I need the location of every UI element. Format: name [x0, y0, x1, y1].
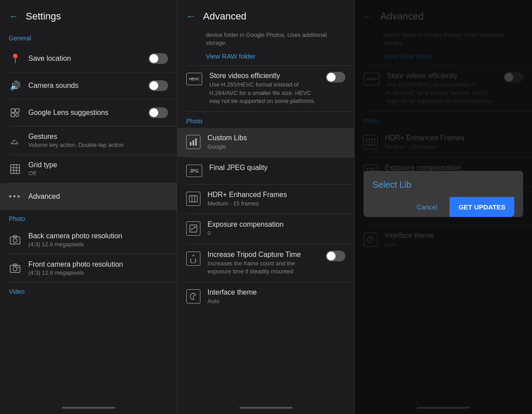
gestures-sub: Volume key action, Double-tap action [28, 142, 168, 148]
exposure-row[interactable]: Exposure compensation 0 [177, 214, 354, 244]
advanced-title: Advanced [203, 11, 246, 22]
dialog-actions: Cancel GET UPDATES [372, 197, 514, 217]
tripod-toggle[interactable] [326, 251, 345, 261]
jpg-icon: JPG [186, 165, 202, 177]
tripod-label: Increase Tripod Capture Time [207, 251, 319, 259]
back-camera-row[interactable]: Back camera photo resolution (4:3) 12.6 … [0, 226, 177, 254]
advanced-content: device folder in Google Photos. Uses add… [177, 29, 354, 403]
gestures-row[interactable]: Gestures Volume key action, Double-tap a… [0, 126, 177, 154]
grid-type-label: Grid type [28, 161, 168, 169]
tripod-icon [186, 252, 200, 266]
scroll-indicator [62, 407, 115, 409]
general-section-label: General [0, 29, 177, 45]
advanced-row[interactable]: ••• Advanced [0, 183, 177, 210]
advanced-label: Advanced [28, 193, 168, 201]
back-arrow-icon[interactable]: ← [9, 11, 19, 22]
grid-type-sub: Off [28, 170, 168, 177]
exposure-label: Exposure compensation [207, 221, 345, 229]
grid-icon [9, 163, 21, 175]
save-location-row[interactable]: 📍 Save location [0, 45, 177, 72]
svg-rect-4 [11, 165, 20, 173]
final-jpeg-row[interactable]: JPG Final JPEG quality [177, 158, 354, 184]
view-raw-link[interactable]: View RAW folder [177, 51, 354, 65]
dialog-cancel-button[interactable]: Cancel [408, 197, 446, 217]
gestures-label: Gestures [28, 133, 168, 141]
svg-point-3 [16, 114, 19, 117]
photo-adv-label: Photo [177, 112, 354, 128]
theme-icon [186, 289, 200, 304]
tripod-row[interactable]: Increase Tripod Capture Time Increases t… [177, 244, 354, 282]
svg-rect-9 [10, 237, 20, 244]
hevc-icon: HEVC [186, 73, 202, 85]
dialog-confirm-button[interactable]: GET UPDATES [450, 197, 514, 217]
more-icon: ••• [9, 190, 21, 203]
settings-panel: ← Settings General 📍 Save location 🔊 Cam… [0, 0, 177, 414]
tripod-sub: Increases the frame count and the exposu… [207, 260, 319, 276]
final-jpeg-label: Final JPEG quality [209, 164, 345, 172]
svg-rect-16 [190, 142, 192, 146]
back-camera-label: Back camera photo resolution [28, 232, 168, 240]
svg-rect-0 [11, 109, 15, 112]
svg-point-13 [13, 267, 17, 271]
advanced-panel-3: ← Advanced device folder in Google Photo… [355, 0, 532, 414]
exposure-icon [186, 221, 200, 236]
front-camera-label: Front camera photo resolution [28, 260, 168, 268]
svg-rect-14 [13, 264, 17, 266]
sound-icon: 🔊 [9, 79, 21, 92]
hdr-frames-row[interactable]: HDR+ Enhanced Frames Medium - 15 frames [177, 185, 354, 214]
theme-sub: Auto [207, 297, 345, 305]
custom-libs-row[interactable]: Custom Libs Google [177, 128, 354, 157]
front-camera-row[interactable]: Front camera photo resolution (4:3) 12.6… [0, 254, 177, 282]
store-videos-label: Store videos efficiently [209, 72, 319, 80]
video-section-label: Video [0, 283, 177, 299]
google-lens-toggle[interactable] [149, 107, 168, 118]
camera-sounds-toggle[interactable] [149, 80, 168, 91]
exposure-sub: 0 [207, 229, 345, 237]
select-lib-dialog: Select Lib Cancel GET UPDATES [364, 171, 523, 217]
store-videos-sub: Use H.265/HEVC format instead of H.264/A… [209, 81, 319, 105]
advanced-panel: ← Advanced device folder in Google Photo… [177, 0, 355, 414]
svg-rect-11 [13, 236, 17, 237]
advanced-back-icon[interactable]: ← [186, 11, 196, 22]
svg-rect-17 [192, 140, 194, 146]
photo-section-label: Photo [0, 210, 177, 226]
photo-label: Photo [186, 118, 203, 125]
custom-libs-label: Custom Libs [207, 134, 345, 142]
bar-chart-icon [186, 135, 200, 149]
save-location-toggle[interactable] [149, 53, 168, 64]
grid-type-row[interactable]: Grid type Off [0, 155, 177, 183]
svg-rect-18 [195, 138, 197, 146]
save-location-label: Save location [28, 55, 141, 63]
settings-content: General 📍 Save location 🔊 Camera sounds [0, 29, 177, 403]
settings-header: ← Settings [0, 0, 177, 29]
svg-rect-12 [10, 265, 20, 272]
dialog-title: Select Lib [372, 180, 514, 190]
settings-title: Settings [26, 11, 61, 22]
camera-icon [9, 234, 21, 246]
gesture-icon [9, 134, 21, 147]
camera-sounds-label: Camera sounds [28, 82, 141, 90]
svg-rect-1 [16, 109, 19, 112]
partial-text: device folder in Google Photos. Uses add… [177, 29, 354, 51]
hdr-label: HDR+ Enhanced Frames [207, 191, 345, 199]
svg-point-10 [13, 238, 17, 242]
scroll-indicator-2 [239, 407, 293, 409]
back-camera-sub: (4:3) 12.6 megapixels [28, 241, 168, 248]
location-icon: 📍 [9, 52, 21, 65]
store-videos-toggle[interactable] [326, 72, 345, 83]
front-camera-sub: (4:3) 12.6 megapixels [28, 269, 168, 276]
interface-theme-row[interactable]: Interface theme Auto [177, 282, 354, 311]
camera-sounds-row[interactable]: 🔊 Camera sounds [0, 72, 177, 99]
svg-rect-2 [11, 113, 15, 117]
custom-libs-sub: Google [207, 143, 345, 151]
svg-rect-19 [189, 196, 197, 202]
front-camera-icon [9, 262, 21, 275]
store-videos-row[interactable]: HEVC Store videos efficiently Use H.265/… [177, 66, 354, 111]
hdr-icon [186, 192, 200, 206]
google-lens-label: Google Lens suggestions [28, 109, 141, 117]
theme-label: Interface theme [207, 288, 345, 296]
lens-icon [9, 106, 21, 119]
google-lens-row[interactable]: Google Lens suggestions [0, 99, 177, 126]
svg-point-15 [18, 266, 19, 268]
dialog-overlay: Select Lib Cancel GET UPDATES [355, 0, 532, 414]
